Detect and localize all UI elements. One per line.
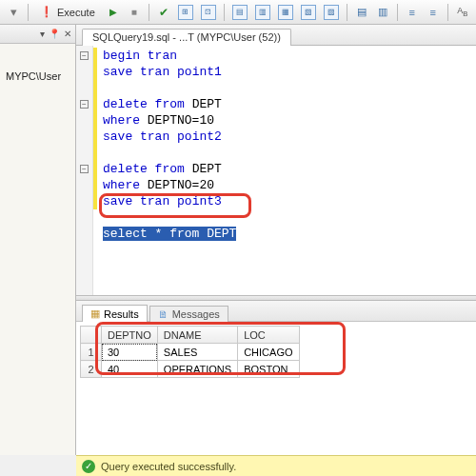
- pin-icon[interactable]: 📍: [49, 29, 60, 39]
- close-icon[interactable]: ✕: [64, 29, 71, 39]
- fold-toggle[interactable]: −: [80, 51, 89, 60]
- stop-button[interactable]: ■: [125, 3, 144, 22]
- change-marker: [93, 48, 97, 209]
- outdent-button[interactable]: ≡: [424, 3, 443, 22]
- results-tabbar: ▦ Results 🗎 Messages: [76, 301, 476, 322]
- sql-icon: ▨: [324, 5, 339, 20]
- tab-label: Messages: [172, 308, 220, 320]
- row-header-corner: [81, 327, 102, 344]
- sql-icon: ▥: [255, 5, 270, 20]
- code-editor[interactable]: − − − begin tran save tran point1 delete…: [76, 46, 476, 295]
- stop-icon: ■: [131, 7, 137, 17]
- toolbar-separator: [347, 4, 347, 21]
- dropdown-icon[interactable]: ▾: [40, 29, 45, 39]
- check-icon: ✔: [159, 6, 169, 19]
- success-icon: ✓: [82, 460, 95, 473]
- row-number: 2: [81, 361, 102, 378]
- row-number: 1: [81, 344, 102, 361]
- messages-tab[interactable]: 🗎 Messages: [149, 306, 228, 322]
- main-toolbar: ▾ ❗ Execute ▶ ■ ✔ ⊞ ⊡ ▤ ▥ ▦ ▧ ▨ ▤ ▥ ≡ ≡ …: [0, 0, 476, 25]
- sql-icon: ▤: [232, 5, 248, 20]
- fold-toggle[interactable]: −: [80, 165, 89, 173]
- sql-icon: ▧: [301, 5, 316, 20]
- results-grid[interactable]: DEPTNO DNAME LOC 1 30 SALES CHICAGO 2 40…: [80, 326, 300, 378]
- toolbar-separator: [224, 4, 225, 21]
- table-row[interactable]: 2 40 OPERATIONS BOSTON: [81, 361, 300, 378]
- tool-button-7[interactable]: ▨: [321, 3, 342, 22]
- toolbar-separator: [149, 4, 149, 21]
- toolbar-separator: [28, 4, 29, 21]
- execute-button[interactable]: ❗ Execute: [33, 3, 102, 22]
- results-pane: ▦ Results 🗎 Messages DEPTNO DNAME LOC: [76, 301, 476, 455]
- editor-tabbar: SQLQuery19.sql - ...T (MYPC\User (52)): [76, 25, 476, 46]
- uncomment-button[interactable]: ▥: [373, 3, 392, 22]
- status-text: Query executed successfully.: [101, 461, 236, 472]
- editor-tab[interactable]: SQLQuery19.sql - ...T (MYPC\User (52)): [82, 29, 291, 46]
- indent-button[interactable]: ≡: [403, 3, 422, 22]
- comment-button[interactable]: ▤: [352, 3, 371, 22]
- selected-text: select * from DEPT: [103, 227, 236, 241]
- tool-button-5[interactable]: ▦: [275, 3, 296, 22]
- editor-area: SQLQuery19.sql - ...T (MYPC\User (52)) −…: [76, 25, 476, 455]
- sql-icon: ▦: [278, 5, 293, 20]
- cell[interactable]: BOSTON: [238, 361, 299, 378]
- results-grid-container: DEPTNO DNAME LOC 1 30 SALES CHICAGO 2 40…: [76, 322, 476, 455]
- col-header[interactable]: DEPTNO: [102, 327, 158, 344]
- object-explorer: ▾ 📍 ✕ MYPC\User: [0, 25, 76, 455]
- cell[interactable]: 40: [102, 361, 158, 378]
- sidebar-header: ▾ 📍 ✕: [0, 25, 75, 44]
- parse-button[interactable]: ✔: [154, 3, 173, 22]
- fold-toggle[interactable]: −: [80, 100, 89, 109]
- font-button[interactable]: AB: [453, 3, 472, 22]
- tool-button-2[interactable]: ⊡: [198, 3, 219, 22]
- table-row[interactable]: 1 30 SALES CHICAGO: [81, 344, 300, 361]
- main-area: ▾ 📍 ✕ MYPC\User SQLQuery19.sql - ...T (M…: [0, 25, 476, 455]
- header-row: DEPTNO DNAME LOC: [81, 327, 300, 344]
- fold-gutter: − − −: [76, 46, 93, 295]
- tree-node[interactable]: MYPC\User: [0, 67, 75, 86]
- dropdown-button[interactable]: ▾: [4, 3, 23, 22]
- status-bar: ✓ Query executed successfully.: [76, 455, 476, 476]
- tool-button-6[interactable]: ▧: [298, 3, 319, 22]
- sql-icon: ⊡: [201, 5, 216, 20]
- tab-label: Results: [104, 308, 139, 320]
- code-content[interactable]: begin tran save tran point1 delete from …: [93, 46, 236, 295]
- cell[interactable]: CHICAGO: [238, 344, 299, 361]
- exclaim-icon: ❗: [40, 6, 53, 18]
- tool-button-1[interactable]: ⊞: [175, 3, 196, 22]
- tool-button-4[interactable]: ▥: [252, 3, 273, 22]
- cell[interactable]: 30: [102, 344, 158, 361]
- col-header[interactable]: DNAME: [157, 327, 237, 344]
- sql-icon: ⊞: [178, 5, 193, 20]
- execute-label: Execute: [57, 7, 95, 18]
- play-icon: ▶: [109, 7, 117, 17]
- messages-icon: 🗎: [158, 308, 169, 320]
- col-header[interactable]: LOC: [238, 327, 299, 344]
- toolbar-separator: [447, 4, 448, 21]
- cell[interactable]: OPERATIONS: [157, 361, 237, 378]
- results-tab[interactable]: ▦ Results: [82, 305, 148, 322]
- run-button[interactable]: ▶: [104, 3, 123, 22]
- toolbar-separator: [397, 4, 398, 21]
- tool-button-3[interactable]: ▤: [229, 3, 250, 22]
- cell[interactable]: SALES: [157, 344, 237, 361]
- grid-icon: ▦: [90, 307, 100, 320]
